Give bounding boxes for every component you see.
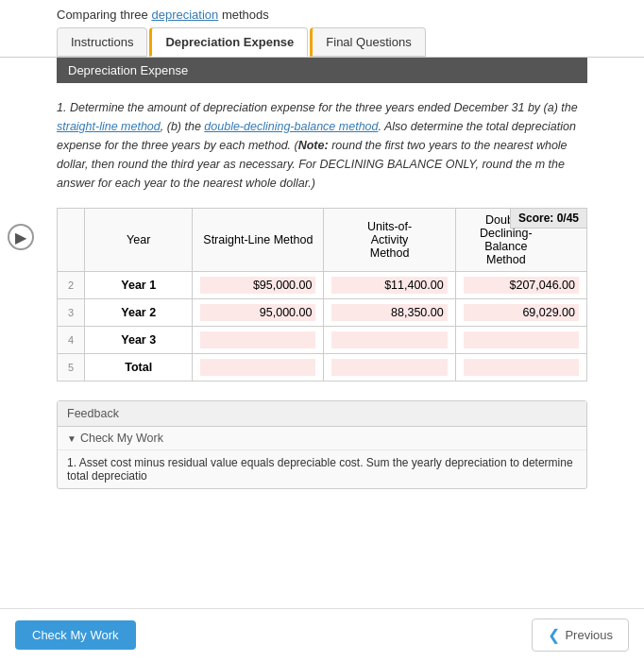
year-1-dd-input[interactable] — [464, 277, 579, 294]
check-my-work-label: Check My Work — [80, 432, 163, 445]
section-header: Depreciation Expense — [57, 58, 587, 83]
check-my-work-row: ▼ Check My Work — [58, 427, 586, 449]
total-label: Total — [85, 354, 193, 381]
year-2-sl-input[interactable] — [200, 304, 315, 321]
year-2-units-activity[interactable] — [324, 299, 455, 327]
row-num-2: 2 — [58, 272, 85, 299]
row-num-5: 5 — [58, 354, 85, 381]
bottom-bar: Check My Work ❮ Previous — [0, 608, 644, 661]
col-units-activity-header: Units-of-ActivityMethod — [324, 209, 455, 272]
total-double-declining[interactable] — [455, 354, 586, 381]
year-1-double-declining[interactable] — [455, 272, 586, 299]
col-num-header — [58, 209, 85, 272]
year-1-label: Year 1 — [85, 272, 193, 299]
score-badge: Score: 0/45 — [510, 208, 587, 229]
year-2-double-declining[interactable] — [455, 299, 586, 327]
nav-arrow-right[interactable]: ▶ — [8, 224, 34, 250]
total-ua-input[interactable] — [331, 359, 447, 376]
year-1-straight-line[interactable] — [193, 272, 324, 299]
feedback-section: Feedback ▼ Check My Work 1. Asset cost m… — [57, 400, 587, 489]
year-3-label: Year 3 — [85, 327, 193, 354]
feedback-item-1: 1. Asset cost minus residual value equal… — [58, 449, 586, 488]
depreciation-table: Year Straight-Line Method Units-of-Activ… — [57, 208, 587, 381]
table-row: 5 Total — [58, 354, 587, 381]
check-my-work-button[interactable]: Check My Work — [15, 620, 136, 650]
straight-line-link[interactable]: straight-line method — [57, 120, 161, 133]
instructions-text: 1. Determine the amount of depreciation … — [57, 98, 587, 193]
table-container: Score: 0/45 Year Straight-Line Method Un… — [57, 208, 587, 381]
year-3-dd-input[interactable] — [464, 331, 579, 348]
tabs-container: Instructions Depreciation Expense Final … — [0, 27, 644, 57]
col-year-header: Year — [85, 209, 193, 272]
comparing-header: Comparing three depreciation methods — [57, 8, 587, 22]
year-2-dd-input[interactable] — [464, 304, 579, 321]
year-1-sl-input[interactable] — [200, 277, 315, 294]
total-dd-input[interactable] — [464, 359, 579, 376]
row-num-4: 4 — [58, 327, 85, 354]
tab-instructions[interactable]: Instructions — [57, 27, 147, 57]
year-2-label: Year 2 — [85, 299, 193, 327]
feedback-header: Feedback — [58, 401, 586, 427]
table-row: 2 Year 1 — [58, 272, 587, 299]
total-units-activity[interactable] — [324, 354, 455, 381]
year-3-ua-input[interactable] — [331, 331, 447, 348]
year-2-straight-line[interactable] — [193, 299, 324, 327]
depreciation-link[interactable]: depreciation — [151, 8, 218, 22]
year-3-double-declining[interactable] — [455, 327, 586, 354]
double-declining-link[interactable]: double-declining-balance method — [204, 120, 378, 133]
chevron-left-icon: ❮ — [548, 626, 560, 644]
tab-final-questions[interactable]: Final Questions — [310, 27, 425, 57]
year-1-ua-input[interactable] — [331, 277, 447, 294]
year-3-straight-line[interactable] — [193, 327, 324, 354]
total-straight-line[interactable] — [193, 354, 324, 381]
triangle-icon: ▼ — [67, 433, 76, 444]
year-2-ua-input[interactable] — [331, 304, 447, 321]
year-3-units-activity[interactable] — [324, 327, 455, 354]
row-num-3: 3 — [58, 299, 85, 327]
tab-depreciation-expense[interactable]: Depreciation Expense — [149, 27, 308, 57]
col-straight-line-header: Straight-Line Method — [193, 209, 324, 272]
year-3-sl-input[interactable] — [200, 331, 315, 348]
year-1-units-activity[interactable] — [324, 272, 455, 299]
table-row: 3 Year 2 — [58, 299, 587, 327]
previous-button[interactable]: ❮ Previous — [532, 619, 629, 652]
table-row: 4 Year 3 — [58, 327, 587, 354]
total-sl-input[interactable] — [200, 359, 315, 376]
